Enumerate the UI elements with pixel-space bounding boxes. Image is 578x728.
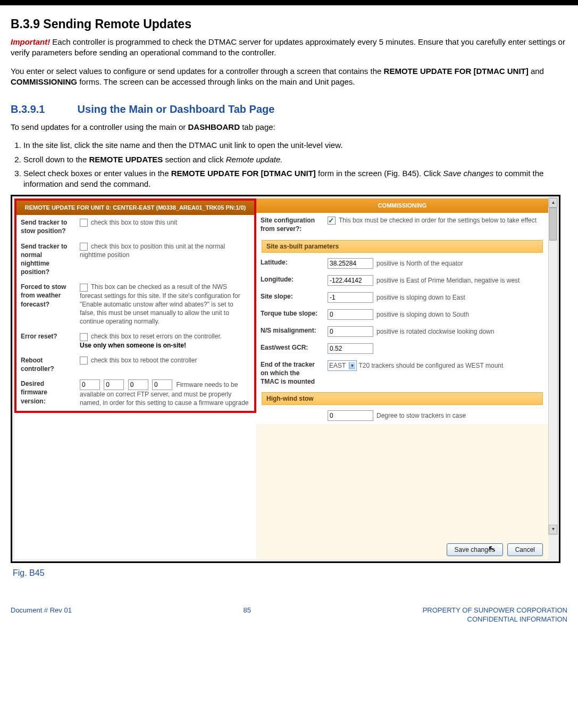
group-site-params: Site as-built parameters — [262, 240, 543, 253]
label-error: Error reset? — [16, 329, 76, 353]
checkbox-stow[interactable] — [80, 219, 88, 227]
s2c: section and click — [163, 155, 225, 164]
s2b: REMOTE UPDATES — [89, 155, 163, 164]
label-firmware: Desired firmware version: — [16, 376, 76, 410]
s3b: REMOTE UPDATE FOR [DTMAC UNIT] — [171, 169, 316, 178]
commissioning-header: COMMISSIONING — [256, 198, 548, 213]
p2-a: You enter or select values to configure … — [11, 67, 384, 76]
p2-c: and — [529, 67, 544, 76]
row-night: Send tracker to normal nighttime positio… — [16, 239, 254, 280]
commissioning-table-params: Latitude: positive is North of the equat… — [256, 255, 548, 390]
row-reboot: Reboot controller? check this box to reb… — [16, 353, 254, 376]
s2d: Remote update. — [226, 155, 283, 164]
cancel-button[interactable]: Cancel — [507, 543, 543, 556]
label-night: Send tracker to normal nighttime positio… — [16, 239, 76, 280]
help-forced: This box can be checked as a result of t… — [80, 283, 240, 325]
row-forced-stow: Forced to stow from weather forecast? Th… — [16, 279, 254, 329]
checkbox-forced[interactable] — [80, 284, 88, 292]
step-2: Scroll down to the REMOTE UPDATES sectio… — [23, 154, 567, 165]
input-torque-tube[interactable] — [328, 309, 373, 320]
label-ns: N/S misalignment: — [256, 323, 323, 340]
row-gcr: East/west GCR: — [256, 340, 548, 357]
commissioning-table-top: Site configuration from server?: This bo… — [256, 213, 548, 236]
label-latitude: Latitude: — [256, 255, 323, 272]
input-gcr[interactable] — [328, 343, 373, 354]
select-mount-end[interactable]: EAST ▾ — [328, 360, 357, 371]
remote-update-header: REMOTE UPDATE FOR UNIT 0: CENTER-EAST (M… — [16, 201, 254, 215]
remote-update-table: Send tracker to stow position? check thi… — [16, 215, 254, 410]
row-mount-end: End of the tracker on which the TMAC is … — [256, 357, 548, 390]
scroll-up-icon[interactable]: ▴ — [549, 198, 557, 208]
help-site-config: This box must be checked in order for th… — [339, 217, 537, 224]
subsection-title: Using the Main or Dashboard Tab Page — [78, 103, 275, 115]
s3c: form in the screen (Fig. B45). Click — [316, 169, 443, 178]
scroll-down-icon[interactable]: ▾ — [549, 525, 557, 534]
input-longitude[interactable] — [328, 275, 373, 286]
row-highwind: Degree to stow trackers in case — [256, 407, 548, 424]
row-site-config: Site configuration from server?: This bo… — [256, 213, 548, 236]
p2-d: COMMISSIONING — [11, 77, 77, 86]
figure-b45-screenshot: REMOTE UPDATE FOR UNIT 0: CENTER-EAST (M… — [11, 195, 560, 563]
steps-list: In the site list, click the site name an… — [11, 140, 567, 189]
help-torque-tube: positive is sloping down to South — [376, 311, 469, 318]
fw-ver-2[interactable] — [104, 379, 124, 390]
footer-r2: CONFIDENTIAL INFORMATION — [467, 615, 568, 623]
figure-caption: Fig. B45 — [13, 567, 567, 579]
help-reboot: check this box to reboot the controller — [91, 357, 197, 364]
s3d: Save changes — [443, 169, 493, 178]
fw-ver-3[interactable] — [128, 379, 148, 390]
help-latitude: positive is North of the equator — [376, 260, 463, 267]
checkbox-night[interactable] — [80, 243, 88, 251]
footer-r1: PROPERTY OF SUNPOWER CORPORATION — [423, 606, 567, 614]
footer-page-number: 85 — [244, 606, 251, 615]
row-error-reset: Error reset? check this box to reset err… — [16, 329, 254, 353]
scroll-thumb[interactable] — [549, 208, 557, 241]
input-latitude[interactable] — [328, 258, 373, 269]
label-torque-tube: Torque tube slope: — [256, 306, 323, 323]
label-highwind — [256, 407, 323, 424]
top-black-bar — [0, 0, 578, 5]
checkbox-error[interactable] — [80, 333, 88, 341]
checkbox-site-config[interactable] — [328, 217, 336, 225]
fw-ver-1[interactable] — [80, 379, 100, 390]
help-stow: check this box to stow this unit — [91, 219, 177, 226]
important-text: Each controller is programmed to check t… — [11, 37, 565, 57]
label-longitude: Longitude: — [256, 272, 323, 289]
row-longitude: Longitude: positive is East of Prime Mer… — [256, 272, 548, 289]
chevron-down-icon: ▾ — [349, 362, 355, 369]
row-torque-tube: Torque tube slope: positive is sloping d… — [256, 306, 548, 323]
help-ns: positive is rotated clockwise looking do… — [376, 328, 494, 335]
subsection-heading: B.3.9.1 Using the Main or Dashboard Tab … — [11, 102, 567, 117]
section-heading: B.3.9 Sending Remote Updates — [11, 16, 567, 32]
row-ns-misalign: N/S misalignment: positive is rotated cl… — [256, 323, 548, 340]
input-highwind[interactable] — [328, 410, 373, 421]
s3a: Select check boxes or enter values in th… — [23, 169, 171, 178]
warn-error: Use only when someone is on-site! — [80, 342, 186, 349]
row-firmware: Desired firmware version: Firmware needs… — [16, 376, 254, 410]
input-site-slope[interactable] — [328, 292, 373, 303]
p2-b: REMOTE UPDATE FOR [DTMAC UNIT] — [384, 67, 529, 76]
step-3: Select check boxes or enter values in th… — [23, 168, 567, 190]
footer-right: PROPERTY OF SUNPOWER CORPORATION CONFIDE… — [423, 606, 567, 624]
input-ns[interactable] — [328, 326, 373, 337]
dialog-button-bar: Save changes Cancel ↖ — [447, 543, 543, 556]
help-site-slope: positive is sloping down to East — [376, 294, 465, 301]
intro-b: DASHBOARD — [188, 122, 240, 131]
s2a: Scroll down to the — [23, 155, 89, 164]
footer-left: Document # Rev 01 — [11, 606, 72, 615]
subsection-number: B.3.9.1 — [11, 102, 74, 117]
help-longitude: positive is East of Prime Meridian, nega… — [376, 277, 520, 284]
label-reboot: Reboot controller? — [16, 353, 76, 376]
important-label: Important! — [11, 37, 50, 46]
checkbox-reboot[interactable] — [80, 357, 88, 365]
remote-update-form-highlight: REMOTE UPDATE FOR UNIT 0: CENTER-EAST (M… — [14, 198, 256, 412]
vertical-scrollbar[interactable]: ▴ ▾ — [548, 197, 558, 535]
save-changes-button[interactable]: Save changes — [447, 543, 503, 556]
row-latitude: Latitude: positive is North of the equat… — [256, 255, 548, 272]
fw-ver-4[interactable] — [152, 379, 172, 390]
important-paragraph: Important! Each controller is programmed… — [11, 37, 567, 59]
label-stow: Send tracker to stow position? — [16, 215, 76, 238]
commissioning-table-highwind: Degree to stow trackers in case — [256, 407, 548, 424]
step-1: In the site list, click the site name an… — [23, 140, 567, 151]
help-error: check this box to reset errors on the co… — [91, 333, 222, 340]
